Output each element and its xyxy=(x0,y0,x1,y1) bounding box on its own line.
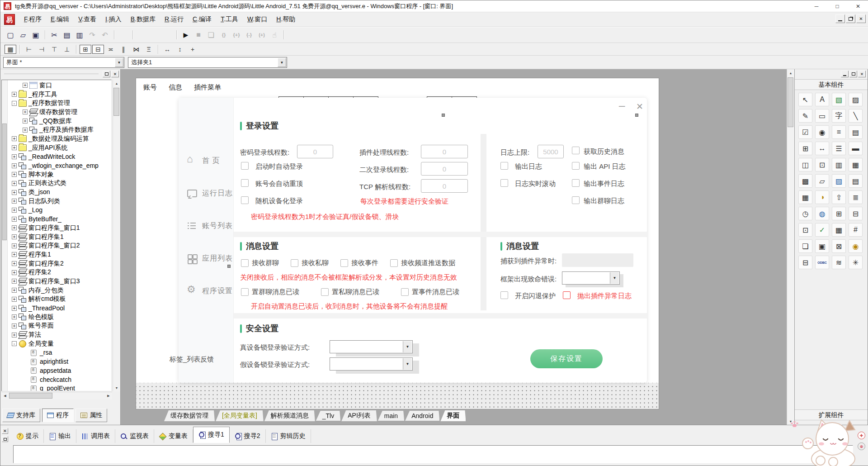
form-designer-icon[interactable]: ▦ xyxy=(5,45,16,54)
tree-toggle[interactable]: + xyxy=(12,208,17,213)
form-menu-item[interactable]: 信息 xyxy=(169,83,182,92)
tree-item[interactable]: + 程序集1 xyxy=(8,250,111,259)
read-checkbox-item[interactable]: 置事件消息已读 xyxy=(401,288,459,296)
tree-toggle[interactable]: + xyxy=(12,252,17,257)
align-bottom-icon[interactable]: ⊥ xyxy=(61,45,73,54)
redo-icon[interactable]: ↷ xyxy=(86,29,98,40)
space-down-icon[interactable]: ∥ xyxy=(118,45,129,54)
chevron-down-icon[interactable]: ▼ xyxy=(403,358,412,370)
stop-icon[interactable]: ■ xyxy=(193,29,204,40)
cut-icon[interactable]: ✂ xyxy=(48,29,60,40)
file-tab[interactable]: API列表 xyxy=(341,410,377,421)
printer-icon[interactable]: ▥ xyxy=(832,158,846,171)
palette-minimize-button[interactable] xyxy=(841,71,849,77)
tcp-threads-input[interactable]: 0 xyxy=(421,179,468,193)
fit-height-icon[interactable]: ↕ xyxy=(174,45,186,54)
debug-panel-restore-button[interactable] xyxy=(2,436,8,442)
tree-toggle[interactable]: + xyxy=(12,154,17,159)
separator[interactable] xyxy=(76,45,76,54)
tree-toggle[interactable]: + xyxy=(23,109,28,114)
mdi-close-button[interactable]: ✕ xyxy=(856,14,866,23)
tree-item[interactable]: + 账号界面 xyxy=(8,322,111,331)
menu-item[interactable]: F.程序 xyxy=(19,14,46,25)
close-box-icon[interactable]: ⊠ xyxy=(832,239,846,253)
report-grid-icon[interactable]: ▦ xyxy=(832,223,846,237)
tree-item[interactable]: + 脚本对象 xyxy=(8,170,111,179)
list-view-icon[interactable]: ☰ xyxy=(832,142,846,155)
tree-item[interactable]: + 绘色模版 xyxy=(8,313,111,322)
scroll-down-icon[interactable]: ▼ xyxy=(113,384,120,391)
menu-item[interactable]: R.运行 xyxy=(160,14,188,25)
stack-icon[interactable]: ≋ xyxy=(832,256,846,269)
tree-item[interactable]: + 日志队列类 xyxy=(8,197,111,206)
color-picker-icon[interactable]: ◑ xyxy=(815,190,829,204)
tree-item[interactable]: + _程序及插件数据库 xyxy=(8,125,111,134)
tree-left-scrollbar[interactable] xyxy=(2,80,8,391)
tree-toggle[interactable]: - xyxy=(12,341,17,346)
auto-retop-checkbox[interactable] xyxy=(241,179,249,187)
debug-panel-close-button[interactable]: ✕ xyxy=(2,428,8,434)
output-log-area[interactable] xyxy=(13,445,853,463)
tree-toggle[interactable]: + xyxy=(12,306,17,311)
mdi-minimize-button[interactable] xyxy=(835,14,845,23)
tree-item[interactable]: + 窗口程序集_窗口2 xyxy=(8,241,111,250)
tree-toggle[interactable]: + xyxy=(12,181,17,186)
align-right-icon[interactable]: ⊣ xyxy=(36,45,47,54)
scrollbar-thumb[interactable] xyxy=(2,124,7,240)
tree-item[interactable]: + 正则表达式类 xyxy=(8,179,111,188)
log-scroll-checkbox[interactable] xyxy=(500,179,508,187)
checkbox[interactable] xyxy=(340,259,348,267)
tree-toggle[interactable]: + xyxy=(12,225,17,230)
plugin-exception-input[interactable] xyxy=(562,253,633,267)
cursor-icon[interactable]: ↖ xyxy=(798,93,812,106)
panel-tab[interactable]: 属性 xyxy=(75,409,107,422)
form-menu-item[interactable]: 账号 xyxy=(143,83,157,92)
tree-item[interactable]: + 内存_分包类 xyxy=(8,286,111,295)
tree-item[interactable]: + 算法 xyxy=(8,330,111,339)
tree-item[interactable]: + 窗口 xyxy=(8,81,111,90)
split-panel-icon[interactable]: ⊟ xyxy=(849,207,863,220)
menu-item[interactable]: V.查看 xyxy=(74,14,101,25)
receive-checkbox-item[interactable]: 接收私聊 xyxy=(291,259,329,267)
palette-close-button[interactable]: ✕ xyxy=(858,71,866,77)
debug-tab[interactable]: 调用表 xyxy=(76,429,115,443)
pen-icon[interactable]: ✎ xyxy=(798,109,812,123)
random-device-checkbox[interactable] xyxy=(241,196,249,204)
layout-top-icon[interactable] xyxy=(149,29,160,40)
find-icon[interactable] xyxy=(118,29,129,40)
fake-device-verify-select[interactable]: ▼ xyxy=(330,357,413,371)
clipboard-icon[interactable]: ▦ xyxy=(849,158,863,171)
panel-tab[interactable]: 支持库 xyxy=(2,409,40,422)
fit-both-icon[interactable]: + xyxy=(187,45,198,54)
palette-restore-button[interactable] xyxy=(849,71,857,77)
scroll-left-icon[interactable]: ◀ xyxy=(1,392,9,399)
read-checkbox-item[interactable]: 置群聊消息已读 xyxy=(241,288,299,296)
chevron-down-icon[interactable]: ▼ xyxy=(278,58,286,67)
sidebar-nav-item[interactable]: 运行日志 xyxy=(187,188,233,198)
debug-tab[interactable]: 搜寻2 xyxy=(230,429,266,443)
log-limit-input[interactable]: 5000 xyxy=(538,145,564,158)
hscrollbar-icon[interactable]: ↔ xyxy=(815,142,829,155)
file-tab[interactable]: main xyxy=(378,411,404,421)
tree-item[interactable]: + _应用API系统 xyxy=(8,143,111,152)
record-icon[interactable]: ◉ xyxy=(849,239,863,253)
checkbox-icon[interactable]: ☑ xyxy=(798,125,812,139)
hash-table-icon[interactable]: # xyxy=(849,223,863,237)
dot-matrix-icon[interactable]: ▩ xyxy=(798,174,812,188)
new-window-icon[interactable]: ⊞ xyxy=(832,207,846,220)
tree-item[interactable]: + _wtlogin_exchange_emp xyxy=(8,161,111,170)
align-left-icon[interactable]: ⊢ xyxy=(23,45,35,54)
tree-toggle[interactable]: + xyxy=(23,83,28,88)
panel-close-button[interactable]: ✕ xyxy=(111,71,119,77)
undo-icon[interactable]: ↶ xyxy=(99,29,111,40)
sketchpad-icon[interactable]: ▨ xyxy=(849,93,863,106)
sidebar-nav-item[interactable]: 首 页 xyxy=(187,156,220,166)
space-across-icon[interactable]: ≍ xyxy=(105,45,117,54)
tree-item[interactable]: + 窗口程序集1 xyxy=(8,233,111,242)
sidebar-nav-item[interactable]: 程序设置 xyxy=(187,286,233,296)
scope-select[interactable]: 界面 * ▼ xyxy=(3,57,124,68)
label-icon[interactable]: A xyxy=(815,93,829,106)
step-into-icon[interactable]: {} xyxy=(218,29,230,40)
separator[interactable] xyxy=(176,30,177,39)
tree-toggle[interactable]: + xyxy=(12,288,17,293)
